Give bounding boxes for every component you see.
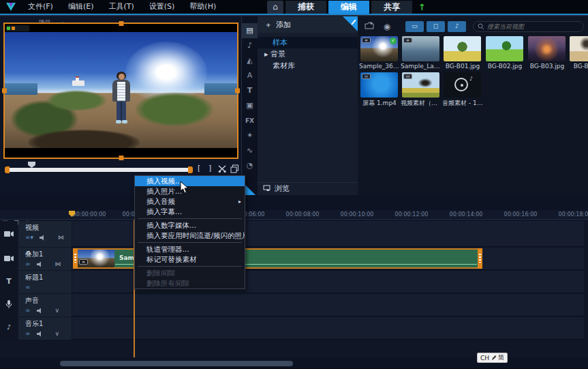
track-header-overlay1[interactable]: 叠加1 ∞⋈ (0, 248, 72, 270)
speed-icon[interactable]: ◔ (242, 158, 258, 173)
ruler-tick: 00:00:18:00 (559, 211, 588, 218)
expand-chevron-icon[interactable]: ∨ (55, 330, 60, 337)
library-nav-strip: ▤ ♪ ◭ A T ▣ FX ✶ ∿ ◔ (242, 16, 258, 195)
track-label: 标题1 (25, 273, 72, 282)
track-mute-icon[interactable] (40, 235, 46, 241)
ime-pen-icon (491, 355, 496, 361)
clip-trim-handle-left[interactable] (73, 248, 78, 269)
ctx-insert-digital-media[interactable]: 插入数字媒体... (135, 220, 245, 231)
clip-trim-handle-right[interactable] (478, 248, 482, 269)
tree-item-library[interactable]: 素材库 (258, 60, 358, 72)
library-item-videoclip[interactable]: ▭ (402, 72, 439, 98)
track-header-music1[interactable]: ♪ 音乐1 ∞∨ (0, 317, 72, 340)
library-item-sample360[interactable]: ∞✓ (360, 36, 398, 61)
title-icon[interactable]: T (242, 83, 258, 98)
menu-separator (138, 218, 242, 219)
tree-item-background[interactable]: ▸ 背景 (258, 48, 358, 60)
item-label: BG-B04.jp (568, 63, 588, 70)
ruler-tick: 00:00:14:00 (450, 211, 483, 218)
import-folder-icon[interactable] (360, 22, 378, 31)
timeline-ruler[interactable]: 00:00:00:00 00:00:02:00 00:00:04:00 00:0… (0, 210, 588, 220)
graphic-icon[interactable]: A (242, 68, 258, 83)
overlap-icon[interactable]: ⋈ (55, 261, 61, 267)
track-header-voice[interactable]: 声音 ∞∨ (0, 294, 72, 316)
library-item-audioclip[interactable]: ♪ (444, 72, 481, 98)
transition-icon[interactable]: ◭ (242, 53, 258, 68)
ime-indicator[interactable]: CH 简 (477, 353, 508, 363)
expand-chevron-icon[interactable]: ∨ (55, 307, 60, 314)
mark-out-icon[interactable]: ] (208, 164, 211, 173)
ctx-remove-all-gaps: 删除所有间隙 (135, 278, 245, 289)
track-header-title1[interactable]: T 标题1 ∞ (0, 271, 72, 293)
enlarge-preview-icon[interactable] (230, 164, 239, 173)
scrollbar-thumb[interactable] (60, 361, 293, 366)
library-item-bgb03[interactable] (528, 36, 566, 61)
link-icon[interactable]: ∞ (25, 330, 31, 337)
track-mute-icon[interactable] (37, 261, 44, 267)
filter-fx-icon[interactable]: FX (242, 113, 258, 128)
filter-audio-button[interactable]: ♪ (448, 21, 466, 32)
menu-tools[interactable]: 工具(T) (101, 0, 141, 14)
ctx-insert-audio[interactable]: 插入音频▸ (135, 196, 245, 207)
trim-bar[interactable] (5, 168, 192, 172)
audio-icon[interactable]: ♪ (242, 38, 258, 53)
track-content-voice[interactable] (72, 294, 584, 316)
ctx-mark-replaceable[interactable]: 标记可替换素材 (135, 254, 245, 265)
resize-handle-right[interactable] (235, 89, 240, 93)
media-icon[interactable]: ▤ (242, 23, 258, 38)
ctx-insert-photo[interactable]: 插入照片... (135, 186, 245, 196)
track-content-music1[interactable] (72, 317, 584, 340)
ctx-track-manager[interactable]: 轨道管理器... (135, 244, 245, 254)
track-mute-icon[interactable] (37, 308, 44, 314)
preview-panel: [ ] 项目 – 素材 – (0, 16, 241, 195)
ctx-insert-timelapse-photo[interactable]: 插入要应用时间流逝/频闪的照片... (135, 231, 245, 241)
ocean-left (5, 83, 37, 95)
search-box[interactable] (473, 21, 584, 32)
link-icon[interactable]: ∞▾ (25, 234, 33, 241)
scrubber-playhead[interactable] (28, 162, 35, 168)
link-icon[interactable]: ∞ (25, 307, 31, 314)
resize-handle-bottom[interactable] (119, 156, 123, 160)
tab-edit[interactable]: 编辑 (328, 1, 369, 14)
overlay-icon[interactable]: ▣ (242, 98, 258, 113)
menu-edit[interactable]: 编辑(E) (61, 0, 102, 14)
library-item-samplelake[interactable]: ∞ (402, 36, 439, 61)
link-icon[interactable]: ∞ (25, 261, 31, 267)
tree-item-samples[interactable]: 样本 (258, 37, 358, 48)
path-icon[interactable]: ∿ (242, 143, 258, 158)
menu-file[interactable]: 文件(F) (20, 0, 61, 14)
motion-icon[interactable]: ✶ (242, 128, 258, 143)
360-badge-icon: ∞ (79, 259, 88, 265)
library-item-bgb04[interactable] (570, 36, 588, 61)
filter-video-button[interactable]: ▭ (405, 21, 424, 32)
library-item-bgb01[interactable] (444, 36, 481, 61)
library-item-screen1[interactable]: ▭ (360, 72, 398, 98)
home-icon[interactable]: ⌂ (267, 1, 283, 14)
lighthouse-tower (76, 76, 79, 81)
resize-handle-top[interactable] (119, 21, 123, 26)
settings-icon[interactable]: ◉ (378, 22, 396, 31)
ruler-tick: 00:00:00:00 (73, 211, 106, 218)
tab-capture[interactable]: 捕获 (285, 1, 326, 14)
library-item-bgb02[interactable] (486, 36, 523, 61)
context-menu: 插入视频... 插入照片... 插入音频▸ 插入字幕... 插入数字媒体... … (134, 175, 245, 289)
video-badge-icon: ▭ (403, 74, 412, 79)
menu-help[interactable]: 帮助(H) (182, 0, 223, 14)
overlap-icon[interactable]: ⋈ (58, 234, 64, 241)
split-clip-icon[interactable] (218, 165, 227, 173)
track-header-video[interactable]: 视频 ∞▾⋈ (0, 221, 72, 247)
mark-in-icon[interactable]: [ (198, 164, 200, 173)
track-mute-icon[interactable] (37, 331, 44, 337)
filter-photo-button[interactable]: ◻ (427, 21, 445, 32)
link-icon[interactable]: ∞ (25, 284, 31, 291)
resize-handle-left[interactable] (2, 89, 7, 93)
ctx-insert-subtitle[interactable]: 插入字幕... (135, 207, 245, 217)
ctx-insert-video[interactable]: 插入视频... (135, 176, 245, 186)
search-input[interactable] (487, 23, 576, 30)
title-track-icon: T (0, 271, 18, 293)
ruler-tick: 00:00:12:00 (395, 211, 429, 218)
tab-share[interactable]: 共享 (371, 1, 412, 14)
menu-settings[interactable]: 设置(S) (142, 0, 183, 14)
browse-bar[interactable]: 浏览 (258, 182, 358, 194)
upgrade-arrow-icon[interactable]: ↑ (414, 1, 426, 14)
